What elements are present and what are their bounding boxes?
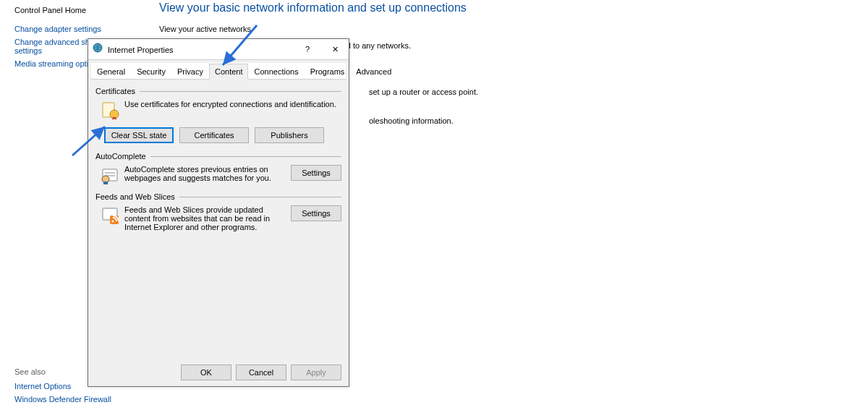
group-autocomplete-label: AutoComplete xyxy=(95,152,150,161)
group-certificates: Certificates xyxy=(95,87,341,95)
tab-connections[interactable]: Connections xyxy=(248,64,304,80)
tab-content[interactable]: Content xyxy=(209,64,249,80)
certificate-icon xyxy=(95,100,124,120)
ok-button[interactable]: OK xyxy=(181,364,231,380)
autocomplete-desc: AutoComplete stores previous entries on … xyxy=(124,165,291,185)
autocomplete-settings-button[interactable]: Settings xyxy=(291,165,341,181)
dialog-title-text: Internet Properties xyxy=(108,46,174,54)
page-title: View your basic network information and … xyxy=(159,0,478,14)
feeds-settings-button[interactable]: Settings xyxy=(291,205,341,221)
feeds-desc: Feeds and Web Slices provide updated con… xyxy=(124,205,291,231)
group-certificates-label: Certificates xyxy=(95,87,140,95)
svg-point-10 xyxy=(112,221,114,223)
group-autocomplete: AutoComplete xyxy=(95,152,341,161)
cancel-button[interactable]: Cancel xyxy=(236,364,286,380)
sidebar-link-adapter[interactable]: Change adapter settings xyxy=(14,25,130,33)
svg-rect-7 xyxy=(103,182,108,184)
dialog-tabs: General Security Privacy Content Connect… xyxy=(91,63,346,80)
feeds-icon xyxy=(95,205,124,231)
group-feeds-label: Feeds and Web Slices xyxy=(95,192,179,201)
tab-advanced[interactable]: Advanced xyxy=(350,64,397,80)
internet-properties-dialog: Internet Properties ? ✕ General Security… xyxy=(88,38,349,387)
group-feeds: Feeds and Web Slices xyxy=(95,192,341,201)
internet-options-icon xyxy=(93,40,103,60)
sidebar-link-firewall[interactable]: Windows Defender Firewall xyxy=(14,395,111,404)
publishers-button[interactable]: Publishers xyxy=(255,127,324,143)
tab-general[interactable]: General xyxy=(91,64,131,80)
certificates-button[interactable]: Certificates xyxy=(179,127,249,143)
tab-programs[interactable]: Programs xyxy=(305,64,351,80)
clear-ssl-state-button[interactable]: Clear SSL state xyxy=(104,127,174,143)
control-panel-home[interactable]: Control Panel Home xyxy=(14,6,130,14)
tab-security[interactable]: Security xyxy=(131,64,171,80)
dialog-body: Certificates Use certificates for encryp… xyxy=(88,80,349,363)
tab-privacy[interactable]: Privacy xyxy=(171,64,209,80)
close-button[interactable]: ✕ xyxy=(321,39,349,59)
autocomplete-icon xyxy=(95,165,124,185)
active-networks-heading: View your active networks xyxy=(159,25,478,33)
certificates-desc: Use certificates for encrypted connectio… xyxy=(124,100,341,120)
dialog-footer: OK Cancel Apply xyxy=(181,364,341,380)
help-button[interactable]: ? xyxy=(294,39,321,59)
apply-button[interactable]: Apply xyxy=(291,364,341,380)
dialog-title-bar[interactable]: Internet Properties ? ✕ xyxy=(88,39,349,60)
